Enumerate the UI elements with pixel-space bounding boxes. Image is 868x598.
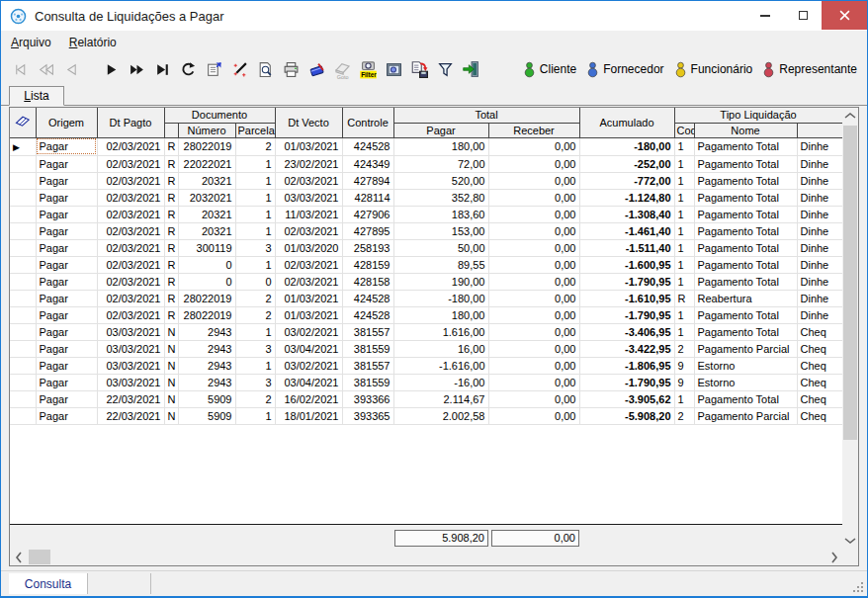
cell-forma[interactable]: Dinhe — [797, 137, 842, 155]
cell-parcela[interactable]: 1 — [235, 189, 275, 206]
cell-cod[interactable]: 1 — [674, 256, 694, 273]
col-header-cod[interactable]: Cod — [674, 123, 694, 137]
cell-cod[interactable]: 9 — [674, 357, 694, 374]
cell-controle[interactable]: 393365 — [342, 407, 393, 424]
col-group-tipo-liquidacao[interactable]: Tipo Liquidação — [674, 108, 842, 123]
cell-esp[interactable]: R — [164, 189, 178, 206]
cell-dt_vecto[interactable]: 16/02/2021 — [275, 390, 342, 407]
col-header-receber[interactable]: Receber — [488, 123, 579, 137]
cell-cod[interactable]: R — [674, 290, 694, 306]
table-row[interactable]: Pagar03/03/2021N2943103/02/20213815571.6… — [10, 323, 842, 340]
scroll-up-button[interactable] — [842, 108, 858, 124]
cell-forma[interactable]: Cheq — [797, 340, 842, 357]
cell-acumulado[interactable]: -1.511,40 — [579, 239, 674, 256]
cell-pagar[interactable]: 153,00 — [393, 222, 488, 239]
cell-dt_vecto[interactable]: 23/02/2021 — [275, 155, 342, 172]
menu-relatorio[interactable]: Relatório — [69, 36, 117, 49]
cell-dt_pagto[interactable]: 02/03/2021 — [97, 172, 164, 189]
cell-forma[interactable]: Cheq — [797, 374, 842, 390]
cell-forma[interactable]: Dinhe — [797, 189, 842, 206]
cell-numero[interactable]: 20321 — [178, 172, 235, 189]
cell-receber[interactable]: 0,00 — [488, 407, 579, 424]
cell-receber[interactable]: 0,00 — [488, 290, 579, 306]
cell-esp[interactable]: R — [164, 222, 178, 239]
cell-cod[interactable]: 1 — [674, 155, 694, 172]
table-row[interactable]: Pagar22/03/2021N5909216/02/20213933662.1… — [10, 390, 842, 407]
table-row[interactable]: Pagar03/03/2021N2943303/04/202138155916,… — [10, 340, 842, 357]
table-row[interactable]: Pagar02/03/2021R20321102/03/202142789515… — [10, 222, 842, 239]
cell-controle[interactable]: 428114 — [342, 189, 393, 206]
cell-esp[interactable]: R — [164, 172, 178, 189]
cell-parcela[interactable]: 0 — [235, 273, 275, 290]
cell-esp[interactable]: R — [164, 137, 178, 155]
cell-acumulado[interactable]: -1.600,95 — [579, 256, 674, 273]
col-header-pagar[interactable]: Pagar — [393, 123, 488, 137]
cell-cod[interactable]: 2 — [674, 407, 694, 424]
cell-controle[interactable]: 381559 — [342, 340, 393, 357]
cell-dt_pagto[interactable]: 02/03/2021 — [97, 222, 164, 239]
cell-forma[interactable]: Dinhe — [797, 290, 842, 306]
cell-controle[interactable]: 427906 — [342, 206, 393, 222]
cell-dt_vecto[interactable]: 01/03/2021 — [275, 290, 342, 306]
cell-forma[interactable]: Cheq — [797, 323, 842, 340]
cell-dt_pagto[interactable]: 02/03/2021 — [97, 189, 164, 206]
cell-parcela[interactable]: 2 — [235, 290, 275, 306]
print-preview-button[interactable] — [252, 56, 278, 82]
cell-dt_pagto[interactable]: 22/03/2021 — [97, 390, 164, 407]
cell-receber[interactable]: 0,00 — [488, 239, 579, 256]
cell-acumulado[interactable]: -1.308,40 — [579, 206, 674, 222]
cell-dt_pagto[interactable]: 03/03/2021 — [97, 374, 164, 390]
cell-nome[interactable]: Pagamento Parcial — [694, 340, 797, 357]
cell-origem[interactable]: Pagar — [36, 189, 97, 206]
cell-dt_vecto[interactable]: 03/04/2021 — [275, 340, 342, 357]
cell-esp[interactable]: R — [164, 256, 178, 273]
table-row[interactable]: Pagar02/03/2021R20321111/03/202142790618… — [10, 206, 842, 222]
cell-cod[interactable]: 1 — [674, 172, 694, 189]
cell-dt_vecto[interactable]: 03/02/2021 — [275, 357, 342, 374]
table-row[interactable]: Pagar02/03/2021R28022019201/03/202142452… — [10, 290, 842, 306]
cell-forma[interactable]: Cheq — [797, 357, 842, 374]
cell-esp[interactable]: R — [164, 155, 178, 172]
cell-receber[interactable]: 0,00 — [488, 323, 579, 340]
cell-pagar[interactable]: 2.002,58 — [393, 407, 488, 424]
menu-arquivo[interactable]: Arquivo — [11, 36, 51, 49]
cell-nome[interactable]: Reabertura — [694, 290, 797, 306]
cell-acumulado[interactable]: -180,00 — [579, 137, 674, 155]
cell-acumulado[interactable]: -1.790,95 — [579, 273, 674, 290]
cell-origem[interactable]: Pagar — [36, 172, 97, 189]
next-record-button[interactable] — [98, 56, 124, 82]
tab-lista[interactable]: Lista — [9, 86, 64, 106]
cell-receber[interactable]: 0,00 — [488, 206, 579, 222]
cell-esp[interactable]: N — [164, 323, 178, 340]
cell-receber[interactable]: 0,00 — [488, 172, 579, 189]
close-button[interactable] — [822, 1, 867, 30]
cell-controle[interactable]: 428159 — [342, 256, 393, 273]
cell-receber[interactable]: 0,00 — [488, 222, 579, 239]
cell-dt_vecto[interactable]: 02/03/2021 — [275, 172, 342, 189]
refresh-button[interactable] — [175, 56, 201, 82]
cell-controle[interactable]: 427894 — [342, 172, 393, 189]
cell-esp[interactable]: R — [164, 273, 178, 290]
cell-origem[interactable]: Pagar — [36, 239, 97, 256]
cell-cod[interactable]: 1 — [674, 323, 694, 340]
col-header-dt-pagto[interactable]: Dt Pagto — [97, 108, 164, 137]
cell-cod[interactable]: 1 — [674, 137, 694, 155]
cell-parcela[interactable]: 1 — [235, 172, 275, 189]
cell-pagar[interactable]: 1.616,00 — [393, 323, 488, 340]
cell-forma[interactable]: Dinhe — [797, 155, 842, 172]
cell-nome[interactable]: Pagamento Total — [694, 206, 797, 222]
cell-esp[interactable]: N — [164, 390, 178, 407]
vertical-scroll-thumb[interactable] — [843, 126, 857, 440]
cell-forma[interactable]: Dinhe — [797, 206, 842, 222]
cell-nome[interactable]: Pagamento Total — [694, 239, 797, 256]
cell-dt_pagto[interactable]: 22/03/2021 — [97, 407, 164, 424]
cell-origem[interactable]: Pagar — [36, 306, 97, 323]
cell-dt_vecto[interactable]: 03/03/2021 — [275, 189, 342, 206]
cell-parcela[interactable]: 2 — [235, 306, 275, 323]
cell-numero[interactable]: 2943 — [178, 323, 235, 340]
table-row[interactable]: Pagar02/03/2021R28022019201/03/202142452… — [10, 306, 842, 323]
cell-esp[interactable]: R — [164, 306, 178, 323]
cell-forma[interactable]: Dinhe — [797, 306, 842, 323]
cell-dt_pagto[interactable]: 02/03/2021 — [97, 306, 164, 323]
cell-forma[interactable]: Dinhe — [797, 256, 842, 273]
